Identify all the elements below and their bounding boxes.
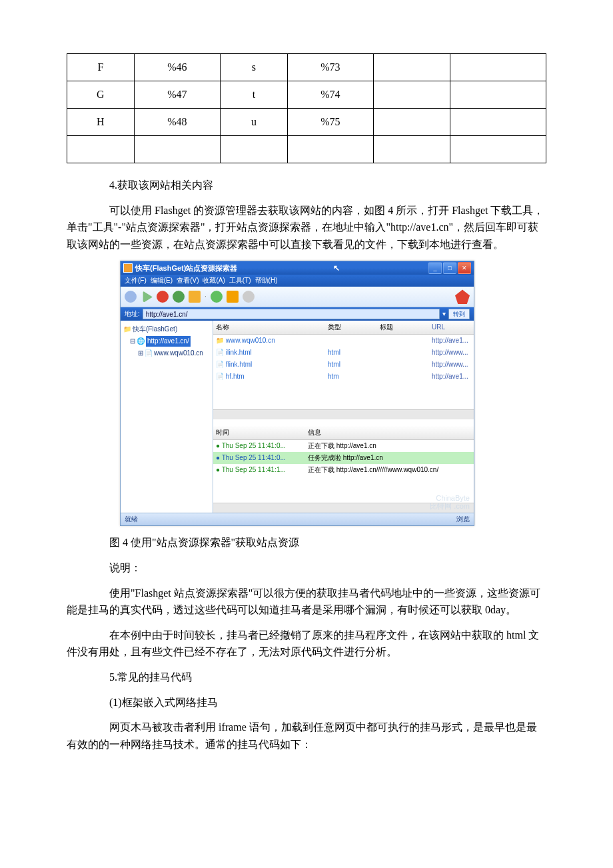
log-pane: 时间 信息 ● Thu Sep 25 11:41:0... 正在下载 http:…	[213, 426, 474, 513]
cell	[450, 54, 546, 81]
folder-icon: 📄	[145, 348, 153, 359]
tree-root[interactable]: 📁 快车(FlashGet)	[123, 323, 210, 335]
file-title	[377, 335, 429, 347]
section-heading-5: 5.常见的挂马代码	[67, 669, 546, 686]
cell: %46	[134, 54, 220, 81]
log-msg: 正在下载 http://ave1.cn	[305, 440, 474, 452]
log-time: Thu Sep 25 11:41:0...	[222, 454, 286, 461]
maximize-button[interactable]: □	[443, 262, 456, 274]
col-time[interactable]: 时间	[213, 426, 305, 439]
file-url: http://ave1...	[429, 371, 474, 383]
scrollbar[interactable]	[213, 503, 474, 513]
folder-icon: 📁	[216, 337, 224, 344]
cell	[374, 54, 450, 81]
cell	[67, 136, 135, 163]
file-url: http://www...	[429, 347, 474, 359]
table-row: G %47 t %74	[67, 81, 546, 109]
cell	[374, 136, 450, 163]
address-input[interactable]	[143, 309, 440, 319]
cell: G	[67, 81, 135, 109]
file-type: htm	[325, 371, 377, 383]
globe-icon: 🌐	[137, 336, 145, 347]
menu-tool[interactable]: 工具(T)	[229, 275, 251, 286]
cell: F	[67, 54, 135, 81]
refresh-icon[interactable]	[173, 291, 185, 303]
tree-item[interactable]: ⊞📄 www.wqw010.cn	[123, 347, 210, 359]
tree-item[interactable]: ⊟🌐 http://ave1.cn/	[123, 335, 210, 347]
file-name: hf.htm	[226, 373, 245, 380]
back-icon[interactable]	[125, 291, 137, 303]
menu-edit[interactable]: 编辑(E)	[151, 275, 173, 286]
tree-label: http://ave1.cn/	[146, 336, 191, 347]
col-info[interactable]: 信息	[305, 426, 474, 439]
folder-icon: 📁	[123, 324, 131, 335]
col-name[interactable]: 名称	[213, 321, 325, 334]
col-type[interactable]: 类型	[325, 321, 377, 334]
brush-icon[interactable]	[227, 291, 239, 303]
flashget-logo-icon	[455, 289, 470, 304]
play-icon[interactable]	[141, 291, 153, 303]
log-msg: 任务完成啦 http://ave1.cn	[305, 452, 474, 464]
window-titlebar: 快车(FlashGet)站点资源探索器 ↖ _ □ ✕	[121, 261, 474, 275]
file-title	[377, 371, 429, 383]
file-icon: 📄	[216, 361, 224, 368]
menu-view[interactable]: 查看(V)	[177, 275, 199, 286]
file-title	[377, 359, 429, 371]
file-type: html	[325, 359, 377, 371]
cell: H	[67, 109, 135, 136]
cell	[374, 81, 450, 109]
list-item[interactable]: 📄 ilink.html html http://www...	[213, 347, 474, 359]
cell: %75	[287, 109, 373, 136]
address-label: 地址:	[125, 309, 140, 319]
file-type: html	[325, 347, 377, 359]
list-item[interactable]: 📁 www.wqw010.cn http://ave1...	[213, 335, 474, 347]
log-row: ● Thu Sep 25 11:41:0... 正在下载 http://ave1…	[213, 440, 474, 452]
col-title[interactable]: 标题	[377, 321, 429, 334]
menubar: 文件(F) 编辑(E) 查看(V) 收藏(A) 工具(T) 帮助(H)	[121, 275, 474, 287]
scrollbar[interactable]	[213, 409, 474, 419]
log-row: ● Thu Sep 25 11:41:0... 任务完成啦 http://ave…	[213, 452, 474, 464]
cell	[450, 109, 546, 136]
list-item[interactable]: 📄 hf.htm htm http://ave1...	[213, 371, 474, 383]
file-url: http://ave1...	[429, 335, 474, 347]
disabled-icon	[243, 291, 255, 303]
table-row: F %46 s %73	[67, 54, 546, 81]
file-name: flink.html	[226, 361, 252, 368]
cursor-icon: ↖	[333, 262, 340, 275]
menu-help[interactable]: 帮助(H)	[255, 275, 278, 286]
list-item[interactable]: 📄 flink.html html http://www...	[213, 359, 474, 371]
col-url[interactable]: URL	[429, 321, 474, 334]
status-bar: 就绪 浏览	[121, 513, 474, 525]
log-time: Thu Sep 25 11:41:0...	[222, 442, 286, 449]
explain-label: 说明：	[67, 559, 546, 577]
cell	[287, 136, 373, 163]
cell: %73	[287, 54, 373, 81]
log-time: Thu Sep 25 11:41:1...	[222, 466, 286, 473]
file-icon: 📄	[216, 373, 224, 380]
file-icon: 📄	[216, 349, 224, 356]
paragraph: 在本例中由于时间较长，挂马者已经撤销了原来的挂马程序文件，在该网站中获取的 ht…	[67, 627, 546, 661]
cell: t	[221, 81, 288, 109]
window-title: 快车(FlashGet)站点资源探索器	[135, 263, 237, 275]
home-icon[interactable]	[189, 291, 201, 303]
cell: %47	[134, 81, 220, 109]
file-name: ilink.html	[226, 349, 252, 356]
stop-icon[interactable]	[157, 291, 169, 303]
table-row: H %48 u %75	[67, 109, 546, 136]
log-msg: 正在下载 http://ave1.cn//////www.wqw010.cn/	[305, 464, 474, 476]
menu-fav[interactable]: 收藏(A)	[203, 275, 225, 286]
menu-file[interactable]: 文件(F)	[125, 275, 147, 286]
close-button[interactable]: ✕	[458, 262, 471, 274]
minimize-button[interactable]: _	[428, 262, 442, 274]
tree-label: www.wqw010.cn	[154, 348, 203, 359]
go-button[interactable]: 转到	[448, 309, 470, 319]
file-title	[377, 347, 429, 359]
status-right: 浏览	[456, 514, 470, 525]
cell	[374, 109, 450, 136]
paragraph: 使用"Flashget 站点资源探索器"可以很方便的获取挂马者代码地址中的一些资…	[67, 585, 546, 619]
address-bar: 地址: ▾ 转到	[121, 307, 474, 321]
cell: s	[221, 54, 288, 81]
toolbar: ·	[121, 287, 474, 307]
globe-icon[interactable]	[211, 291, 223, 303]
tree-pane: 📁 快车(FlashGet) ⊟🌐 http://ave1.cn/ ⊞📄 www…	[121, 321, 213, 513]
